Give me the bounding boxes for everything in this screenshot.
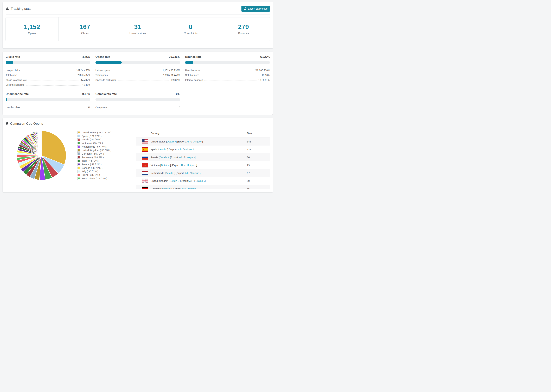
rate-title: Clicks rate xyxy=(6,55,20,58)
pie-slice[interactable] xyxy=(41,131,42,155)
detail-label: Unique clicks xyxy=(6,69,20,72)
export-unique-link[interactable]: Unique › xyxy=(187,164,197,167)
country-details-link[interactable]: Details › xyxy=(162,188,171,189)
country-name: Germany xyxy=(151,188,162,189)
summary-label: Complaints xyxy=(184,32,198,35)
legend-item: United States ( 541 / 31% ) xyxy=(77,131,111,134)
export-icon xyxy=(244,7,247,10)
rate-progress-bar xyxy=(185,61,270,64)
rate-detail-row: Internal bounces 19 / 6.81% xyxy=(185,77,270,81)
export-all-link[interactable]: All › xyxy=(189,180,194,182)
rate-value: 30.736% xyxy=(169,55,180,58)
summary-value: 31 xyxy=(134,23,141,31)
legend-label: Romania ( 49 / 3% ) xyxy=(82,156,104,159)
legend-label: India ( 46 / 3% ) xyxy=(82,159,99,162)
rate-value: 0.77% xyxy=(82,92,90,96)
es-flag-icon xyxy=(142,147,148,152)
rate-progress-fill xyxy=(6,61,13,64)
summary-value: 279 xyxy=(238,23,249,31)
geo-table-row: Vietnam [Details ›] [Export: All › / Uni… xyxy=(136,161,270,169)
rate-progress-bar xyxy=(95,98,180,101)
us-flag-icon xyxy=(142,139,148,144)
export-unique-link[interactable]: Unique › xyxy=(196,180,205,182)
legend-item: Vietnam ( 79 / 5% ) xyxy=(77,141,111,145)
geo-opens-title: Campaign Geo Opens xyxy=(6,122,43,126)
rate-section-complaints-rate: Complaints rate 0% Complaints 0 xyxy=(95,92,180,109)
export-button-label: Export basic stats xyxy=(248,7,268,10)
export-all-link[interactable]: All › xyxy=(185,172,189,175)
detail-label: Unsubscribes xyxy=(6,106,20,109)
legend-swatch xyxy=(77,177,80,180)
dotted-leader xyxy=(201,76,260,76)
detail-value: 242 / 86.738% xyxy=(254,69,270,72)
legend-item: France ( 42 / 2% ) xyxy=(77,163,111,166)
export-unique-link[interactable]: Unique › xyxy=(185,156,195,159)
total-cell: 86 xyxy=(247,156,270,159)
legend-swatch xyxy=(77,167,80,169)
detail-label: Complaints xyxy=(95,106,107,109)
export-all-link[interactable]: All › xyxy=(178,148,182,151)
legend-swatch xyxy=(77,145,80,148)
legend-item: Russia ( 86 / 5% ) xyxy=(77,138,111,141)
summary-box-unsubscribes: 31 Unsubscribes xyxy=(111,17,164,41)
country-details-link[interactable]: Details › xyxy=(165,172,174,175)
page-title-text: Tracking stats xyxy=(11,7,31,11)
detail-label: Internal bounces xyxy=(185,79,203,81)
detail-value: 220 / 5.87% xyxy=(78,74,90,77)
legend-swatch xyxy=(77,135,80,137)
country-cell: Spain [Details ›] [Export: All › / Uniqu… xyxy=(136,147,247,152)
country-details-link[interactable]: Details › xyxy=(170,180,179,182)
geo-table-row: United States [Details ›] [Export: All ›… xyxy=(136,138,270,146)
total-cell: 55 xyxy=(247,188,270,189)
country-links: [Details ›] [Export: All › / Unique ›] xyxy=(160,164,197,167)
export-unique-link[interactable]: Unique › xyxy=(184,148,194,151)
country-links: [Details ›] [Export: All › / Unique ›] xyxy=(162,188,198,189)
legend-swatch xyxy=(77,160,80,162)
export-basic-stats-button[interactable]: Export basic stats xyxy=(241,6,270,12)
country-details-link[interactable]: Details › xyxy=(160,156,169,159)
export-all-link[interactable]: All › xyxy=(179,156,184,159)
rate-detail-row: Soft bounces 18 / 0% xyxy=(185,72,270,77)
country-details-link[interactable]: Details › xyxy=(161,164,170,167)
total-column-header: Total xyxy=(247,132,270,135)
legend-swatch xyxy=(77,142,80,144)
country-details-link[interactable]: Details › xyxy=(167,140,176,143)
summary-value: 1,152 xyxy=(24,23,40,31)
rate-title: Complaints rate xyxy=(95,92,117,96)
geo-table-header-row: Country Total xyxy=(136,129,270,138)
country-details-link[interactable]: Details › xyxy=(158,148,167,151)
geo-opens-table-clip: Country Total United States [Details ›] … xyxy=(136,129,270,189)
geo-opens-pie-chart[interactable] xyxy=(16,130,67,181)
dotted-leader xyxy=(112,71,161,71)
legend-item: United Kingdom ( 59 / 3% ) xyxy=(77,148,111,152)
legend-item: India ( 46 / 3% ) xyxy=(77,159,111,163)
geo-opens-content: United States ( 541 / 31% ) Spain ( 121 … xyxy=(3,129,273,192)
export-all-link[interactable]: All › xyxy=(181,164,185,167)
legend-item: Italy ( 36 / 2% ) xyxy=(77,170,111,173)
export-unique-link[interactable]: Unique › xyxy=(193,140,202,143)
legend-item: Brazil ( 33 / 2% ) xyxy=(77,173,111,177)
summary-stats-row: 1,152 Opens 167 Clicks 31 Unsubscribes 0… xyxy=(6,17,270,41)
export-unique-link[interactable]: Unique › xyxy=(191,172,201,175)
detail-value: 2,303 / 61.446% xyxy=(162,74,180,77)
country-links: [Details ›] [Export: All › / Unique ›] xyxy=(169,180,205,182)
legend-swatch xyxy=(77,131,80,134)
export-all-link[interactable]: All › xyxy=(186,140,191,143)
rates-grid: Clicks rate 4.46% Unique clicks 167 / 4.… xyxy=(6,55,270,109)
country-name: Netherlands xyxy=(151,172,165,175)
legend-label: Spain ( 121 / 7% ) xyxy=(82,135,101,138)
rate-section-clicks-rate: Clicks rate 4.46% Unique clicks 167 / 4.… xyxy=(6,55,90,86)
export-all-link[interactable]: All › xyxy=(182,188,186,189)
de-flag-icon xyxy=(142,187,148,189)
detail-value: 4.147% xyxy=(82,84,90,86)
bar-chart-icon xyxy=(6,7,9,11)
tracking-stats-card: Tracking stats Export basic stats 1,152 … xyxy=(3,2,273,49)
country-name: United Kingdom xyxy=(151,180,169,182)
geo-opens-legend: United States ( 541 / 31% ) Spain ( 121 … xyxy=(77,131,111,181)
rate-detail-row: Unsubscribes 31 xyxy=(6,104,90,109)
legend-item: Spain ( 121 / 7% ) xyxy=(77,134,111,138)
rate-progress-fill xyxy=(6,98,7,101)
export-unique-link[interactable]: Unique › xyxy=(188,188,198,189)
rate-title: Bounce rate xyxy=(185,55,201,58)
geo-table-row: Russia [Details ›] [Export: All › / Uniq… xyxy=(136,154,270,161)
